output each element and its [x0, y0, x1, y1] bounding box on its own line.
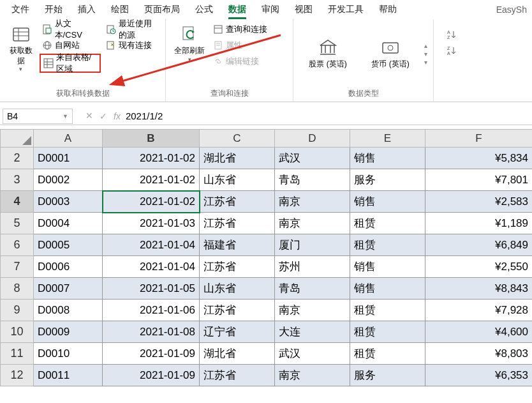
scroll-buttons[interactable]: ▴ ▾ ▾ [424, 42, 427, 66]
get-data-button[interactable]: 获取数 据 ▾ [5, 22, 37, 86]
cell[interactable]: D0004 [34, 213, 103, 234]
cell[interactable]: 湖北省 [200, 148, 275, 169]
cell[interactable]: 销售 [350, 148, 425, 169]
col-header-F[interactable]: F [425, 130, 533, 148]
cell[interactable]: 江苏省 [200, 191, 275, 213]
cell[interactable]: 服务 [350, 365, 425, 386]
addon-label[interactable]: EasySh [496, 4, 527, 15]
cell[interactable]: ¥8,803 [425, 343, 533, 365]
menu-item-10[interactable]: 帮助 [373, 1, 403, 18]
sort-asc-button[interactable]: AZ [444, 27, 459, 42]
sort-desc-button[interactable]: ZA [444, 43, 459, 58]
cell[interactable]: 租赁 [350, 321, 425, 343]
cell[interactable]: D0001 [34, 148, 103, 169]
cell[interactable]: ¥5,834 [425, 148, 533, 169]
cell[interactable]: 租赁 [350, 234, 425, 256]
cell[interactable]: ¥7,801 [425, 169, 533, 191]
row-header[interactable]: 6 [1, 234, 34, 256]
cell[interactable]: 2021-01-09 [103, 343, 200, 365]
cell[interactable]: 山东省 [200, 278, 275, 300]
cell[interactable]: D0011 [34, 365, 103, 386]
cell[interactable]: ¥8,843 [425, 278, 533, 300]
menu-item-3[interactable]: 绘图 [105, 1, 135, 18]
cell[interactable]: ¥4,600 [425, 321, 533, 343]
recent-sources-button[interactable]: 最近使用的源 [103, 22, 160, 37]
cell[interactable]: 辽宁省 [200, 321, 275, 343]
cell[interactable]: 租赁 [350, 343, 425, 365]
cell[interactable]: 2021-01-06 [103, 300, 200, 321]
cell[interactable]: D0006 [34, 256, 103, 278]
cell[interactable]: D0005 [34, 234, 103, 256]
refresh-all-button[interactable]: 全部刷新 ▾ [171, 22, 208, 86]
from-table-range-button[interactable]: 来自表格/区域 [42, 56, 98, 71]
cell[interactable]: 青岛 [275, 278, 350, 300]
row-header[interactable]: 5 [1, 213, 34, 234]
cell[interactable]: 青岛 [275, 169, 350, 191]
menu-item-9[interactable]: 开发工具 [321, 1, 370, 18]
col-header-E[interactable]: E [350, 130, 425, 148]
cell[interactable]: 南京 [275, 365, 350, 386]
cell[interactable]: 销售 [350, 278, 425, 300]
cell[interactable]: 大连 [275, 321, 350, 343]
cell[interactable]: 2021-01-08 [103, 321, 200, 343]
cell[interactable]: 山东省 [200, 169, 275, 191]
cancel-icon[interactable]: ✕ [85, 110, 93, 121]
cell[interactable]: 南京 [275, 213, 350, 234]
cell[interactable]: 租赁 [350, 300, 425, 321]
col-header-B[interactable]: B [103, 130, 200, 148]
cell[interactable]: 江苏省 [200, 213, 275, 234]
row-header[interactable]: 10 [1, 321, 34, 343]
cell[interactable]: ¥6,849 [425, 234, 533, 256]
menu-item-0[interactable]: 文件 [5, 1, 36, 18]
row-header[interactable]: 9 [1, 300, 34, 321]
cell[interactable]: 苏州 [275, 256, 350, 278]
cell[interactable]: 江苏省 [200, 300, 275, 321]
menu-item-8[interactable]: 视图 [288, 1, 319, 18]
existing-connections-button[interactable]: 现有连接 [103, 38, 160, 53]
cell[interactable]: D0007 [34, 278, 103, 300]
confirm-icon[interactable]: ✓ [100, 111, 107, 121]
cell[interactable]: 租赁 [350, 213, 425, 234]
cell[interactable]: 2021-01-04 [103, 256, 200, 278]
cell[interactable]: 2021-01-02 [103, 191, 200, 213]
cell[interactable]: 销售 [350, 191, 425, 213]
cell[interactable]: ¥2,550 [425, 256, 533, 278]
menu-item-4[interactable]: 页面布局 [138, 1, 186, 18]
menu-item-6[interactable]: 数据 [222, 1, 253, 18]
cell[interactable]: ¥7,928 [425, 300, 533, 321]
cell[interactable]: ¥6,353 [425, 365, 533, 386]
from-web-button[interactable]: 自网站 [40, 38, 101, 53]
cell[interactable]: D0010 [34, 343, 103, 365]
cell[interactable]: ¥1,189 [425, 213, 533, 234]
select-all-corner[interactable] [1, 130, 34, 148]
row-header[interactable]: 3 [1, 169, 34, 191]
cell[interactable]: 2021-01-09 [103, 365, 200, 386]
row-header[interactable]: 2 [1, 148, 34, 169]
cell[interactable]: D0003 [34, 191, 103, 213]
menu-item-1[interactable]: 开始 [38, 1, 69, 18]
row-header[interactable]: 12 [1, 365, 34, 386]
grid[interactable]: ABCDEF 2D00012021-01-02湖北省武汉销售¥5,8343D00… [0, 129, 532, 386]
row-header[interactable]: 7 [1, 256, 34, 278]
menu-item-7[interactable]: 审阅 [255, 1, 286, 18]
cell[interactable]: 南京 [275, 191, 350, 213]
cell[interactable]: 江苏省 [200, 365, 275, 386]
cell[interactable]: D0008 [34, 300, 103, 321]
cell[interactable]: ¥2,583 [425, 191, 533, 213]
row-header[interactable]: 8 [1, 278, 34, 300]
queries-connections-button[interactable]: 查询和连接 [211, 22, 270, 37]
name-box[interactable]: B4 ▼ [3, 109, 73, 124]
menu-item-2[interactable]: 插入 [71, 1, 102, 18]
cell[interactable]: D0002 [34, 169, 103, 191]
from-text-csv-button[interactable]: 从文本/CSV [40, 22, 101, 37]
cell[interactable]: 销售 [350, 256, 425, 278]
row-header[interactable]: 11 [1, 343, 34, 365]
stocks-button[interactable]: 股票 (英语) [299, 35, 357, 72]
fx-icon[interactable]: fx [114, 111, 121, 121]
cell[interactable]: 厦门 [275, 234, 350, 256]
edit-links-button[interactable]: 编辑链接 [211, 54, 270, 69]
cell[interactable]: 2021-01-03 [103, 213, 200, 234]
col-header-A[interactable]: A [34, 130, 103, 148]
cell[interactable]: 湖北省 [200, 343, 275, 365]
cell[interactable]: 2021-01-02 [103, 169, 200, 191]
